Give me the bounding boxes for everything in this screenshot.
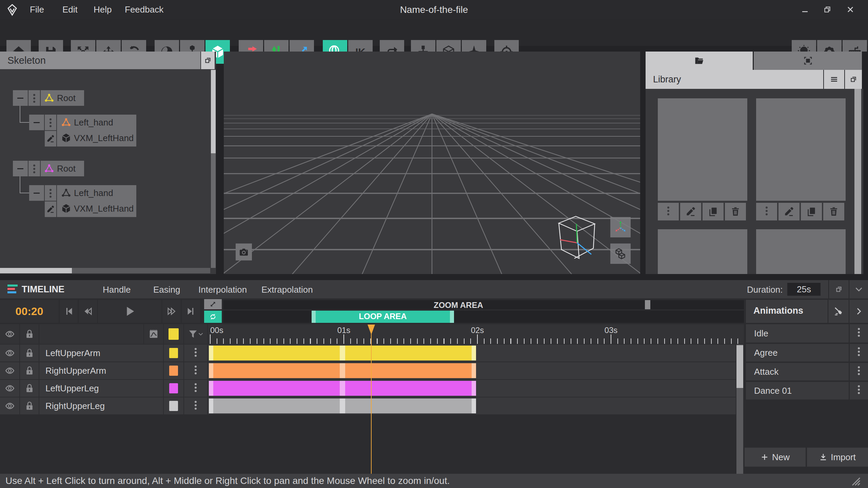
tree-kebab-button[interactable]: [45, 185, 56, 201]
tree-collapse-button[interactable]: [13, 90, 28, 106]
tab-selection[interactable]: [754, 52, 862, 70]
menu-help[interactable]: Help: [92, 4, 114, 15]
library-menu-button[interactable]: [824, 70, 844, 89]
track-kebab-button[interactable]: [184, 362, 207, 379]
tree-kebab-button[interactable]: [28, 161, 40, 176]
tree-node-lefthand-2[interactable]: Left_hand VXM_LeftHand: [57, 185, 136, 217]
animations-expand-button[interactable]: [849, 300, 868, 323]
restore-button[interactable]: [823, 5, 831, 14]
track-color-swatch[interactable]: [164, 362, 183, 379]
skeleton-hscrollbar-thumb[interactable]: [0, 268, 72, 273]
loop-area-bar[interactable]: LOOP AREA: [223, 311, 744, 323]
tree-collapse-button[interactable]: [29, 115, 44, 130]
track-clip[interactable]: [209, 346, 476, 360]
loop-area-handle-right[interactable]: [450, 311, 454, 323]
track-color-swatch[interactable]: [164, 345, 183, 362]
clip-cap-left[interactable]: [209, 346, 213, 360]
fast-forward-button[interactable]: [162, 300, 181, 323]
track-name[interactable]: RightUpperArm: [39, 362, 163, 379]
library-item-thumbnail[interactable]: [756, 98, 846, 201]
animation-item-dance01[interactable]: Dance 01: [746, 382, 849, 399]
timeline-ruler[interactable]: 00s 01s 02s 03s: [208, 324, 744, 344]
track-clip[interactable]: [209, 363, 476, 378]
library-popout-button[interactable]: [845, 70, 862, 89]
library-item-kebab-button[interactable]: [658, 203, 679, 220]
track-name[interactable]: RightUpperLeg: [39, 397, 163, 414]
library-item-edit-button[interactable]: [778, 203, 800, 220]
track-visibility-button[interactable]: [0, 362, 19, 379]
clip-cap-left[interactable]: [209, 398, 213, 413]
new-animation-button[interactable]: New: [745, 448, 806, 467]
timeline-popout-button[interactable]: [829, 280, 848, 298]
loop-area-range[interactable]: LOOP AREA: [312, 311, 454, 323]
animation-item-agree[interactable]: Agree: [746, 344, 849, 362]
zoom-area-handle[interactable]: [645, 300, 650, 309]
skip-to-end-button[interactable]: [182, 300, 200, 323]
track-lock-button[interactable]: [20, 397, 39, 414]
toggle-all-lock-button[interactable]: [20, 324, 39, 344]
menu-edit[interactable]: Edit: [60, 4, 80, 15]
library-vscrollbar[interactable]: [854, 89, 861, 274]
animation-item-idle[interactable]: Idle: [746, 324, 849, 343]
minimize-button[interactable]: [801, 5, 809, 14]
menu-file[interactable]: File: [28, 4, 46, 15]
clip-cap-right[interactable]: [472, 381, 476, 396]
track-lock-button[interactable]: [20, 345, 39, 362]
timeline-menu-easing[interactable]: Easing: [153, 285, 180, 295]
track-name[interactable]: LeftUpperArm: [39, 345, 163, 362]
track-color-swatch[interactable]: [164, 397, 183, 414]
viewport-camera-button[interactable]: [236, 243, 252, 260]
clip-cap-left[interactable]: [209, 381, 213, 396]
timeline-menu-handle[interactable]: Handle: [103, 285, 131, 295]
library-item-duplicate-button[interactable]: [703, 203, 724, 220]
animations-clean-button[interactable]: [828, 300, 849, 323]
tree-edit-button[interactable]: [45, 131, 56, 147]
animation-item-attack[interactable]: Attack: [746, 363, 849, 380]
tree-kebab-button[interactable]: [45, 115, 56, 130]
animation-item-kebab-button[interactable]: [850, 344, 868, 362]
library-item-kebab-button[interactable]: [756, 203, 777, 220]
track-name[interactable]: LeftUpperLeg: [39, 380, 163, 397]
timeline-collapse-button[interactable]: [849, 280, 868, 298]
library-item-delete-button[interactable]: [823, 203, 844, 220]
track-clip[interactable]: [209, 398, 476, 413]
loop-toggle-button[interactable]: [204, 311, 222, 323]
resize-grip[interactable]: [849, 476, 861, 486]
track-lock-button[interactable]: [20, 362, 39, 379]
track-color-swatch[interactable]: [164, 380, 183, 397]
close-button[interactable]: [846, 5, 854, 14]
track-visibility-button[interactable]: [0, 380, 19, 397]
clip-cap-left[interactable]: [209, 363, 213, 378]
track-kebab-button[interactable]: [184, 380, 207, 397]
track-lock-button[interactable]: [20, 380, 39, 397]
viewport-3d[interactable]: [224, 52, 640, 274]
track-visibility-button[interactable]: [0, 345, 19, 362]
rewind-button[interactable]: [79, 300, 97, 323]
clip-cap-right[interactable]: [472, 363, 476, 378]
library-item-thumbnail[interactable]: [756, 229, 846, 274]
library-item-thumbnail[interactable]: [658, 98, 747, 201]
timeline-menu-interpolation[interactable]: Interpolation: [198, 285, 247, 295]
library-item-edit-button[interactable]: [680, 203, 701, 220]
import-animation-button[interactable]: Import: [807, 448, 868, 467]
track-kebab-button[interactable]: [184, 345, 207, 362]
tree-node-root-2[interactable]: Root: [41, 161, 84, 176]
skip-to-start-button[interactable]: [60, 300, 78, 323]
menu-feedback[interactable]: Feedback: [123, 4, 165, 15]
animation-item-kebab-button[interactable]: [850, 324, 868, 343]
tree-edit-button[interactable]: [45, 201, 56, 217]
tracks-vscrollbar-thumb[interactable]: [736, 345, 743, 388]
library-item-duplicate-button[interactable]: [801, 203, 822, 220]
play-button[interactable]: [98, 300, 161, 323]
tree-collapse-button[interactable]: [29, 185, 44, 201]
curve-editor-button[interactable]: [144, 324, 163, 344]
playhead-line[interactable]: [371, 334, 372, 474]
tree-node-lefthand-1[interactable]: Left_hand VXM_LeftHand: [57, 115, 136, 147]
duration-input[interactable]: 25s: [787, 283, 821, 296]
skeleton-vscrollbar-thumb[interactable]: [211, 70, 216, 153]
track-color-filter-swatch[interactable]: [164, 324, 183, 344]
timeline-menu-extrapolation[interactable]: Extrapolation: [261, 285, 313, 295]
track-clip[interactable]: [209, 381, 476, 396]
animation-item-kebab-button[interactable]: [850, 382, 868, 399]
tab-library[interactable]: [646, 52, 753, 70]
